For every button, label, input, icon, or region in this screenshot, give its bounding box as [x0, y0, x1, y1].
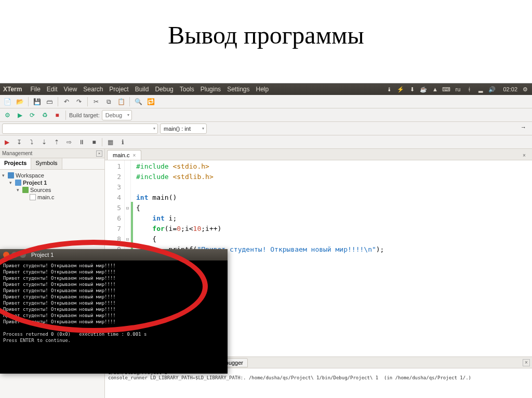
- project-tree: ▾ Workspace ▾ Project 1 ▾ Sources main.c: [0, 170, 104, 203]
- tree-workspace[interactable]: ▾ Workspace: [2, 172, 102, 179]
- terminal-close-button[interactable]: [3, 252, 9, 258]
- step-over-button[interactable]: ⤵: [27, 138, 36, 147]
- tree-file-main[interactable]: main.c: [2, 194, 102, 201]
- tree-sources[interactable]: ▾ Sources: [2, 186, 102, 194]
- debug-toolbar: ▶ ↧ ⤵ ⇣ ⇡ ⇨ ⏸ ■ ▦ ℹ: [0, 135, 532, 149]
- step-out-button[interactable]: ⇡: [52, 138, 61, 147]
- sources-icon: [22, 187, 29, 193]
- app-title: XTerm: [3, 86, 22, 93]
- editor-tabs: main.c × ×: [105, 149, 532, 160]
- menu-tools[interactable]: Tools: [180, 86, 194, 93]
- bottom-panel-close-button[interactable]: ×: [523, 359, 530, 366]
- project-icon: [15, 180, 21, 186]
- find-button[interactable]: 🔍: [133, 97, 143, 107]
- sidebar-header: Management ×: [0, 149, 104, 158]
- info-button[interactable]: ℹ: [118, 138, 127, 147]
- main-menu: File Edit View Search Project Build Debu…: [30, 86, 269, 93]
- build-run-button[interactable]: ⟳: [27, 110, 37, 120]
- open-button[interactable]: 📂: [15, 97, 25, 107]
- sidebar-close-button[interactable]: ×: [96, 150, 102, 157]
- terminal-maximize-button[interactable]: [20, 252, 26, 258]
- sidebar-tab-projects[interactable]: Projects: [0, 158, 31, 169]
- debug-windows-button[interactable]: ▦: [105, 138, 115, 147]
- menu-build[interactable]: Build: [135, 86, 149, 93]
- goto-button[interactable]: →: [521, 124, 530, 133]
- lang-indicator[interactable]: ru: [454, 86, 461, 93]
- terminal-output[interactable]: Привет студенты! Открываем новый мир!!!!…: [0, 260, 228, 346]
- menu-search[interactable]: Search: [83, 86, 103, 93]
- paste-button[interactable]: 📋: [116, 97, 126, 107]
- tree-project-label: Project 1: [23, 180, 47, 186]
- bluetooth-icon[interactable]: ᚼ: [466, 86, 473, 93]
- menu-view[interactable]: View: [64, 86, 77, 93]
- clock[interactable]: 02:02: [503, 86, 517, 92]
- menu-plugins[interactable]: Plugins: [201, 86, 221, 93]
- terminal-titlebar[interactable]: Project 1: [0, 249, 228, 260]
- wifi-icon[interactable]: ▂: [477, 86, 484, 93]
- debug-start-button[interactable]: ▶: [2, 138, 11, 147]
- terminal-minimize-button[interactable]: [11, 252, 18, 258]
- editor-tab-label: main.c: [113, 152, 129, 158]
- power-icon[interactable]: ⚡: [397, 86, 404, 93]
- sidebar-title: Management: [2, 150, 32, 156]
- window-titlebar: XTerm File Edit View Search Project Buil…: [0, 84, 532, 95]
- volume-icon[interactable]: 🔊: [488, 86, 496, 93]
- session-icon[interactable]: ⚙: [522, 86, 529, 93]
- next-instr-button[interactable]: ⇨: [64, 138, 74, 147]
- tree-project[interactable]: ▾ Project 1: [2, 179, 102, 186]
- sidebar-tabs: Projects Symbols: [0, 158, 104, 170]
- save-button[interactable]: 💾: [32, 97, 42, 107]
- tree-file-label: main.c: [37, 194, 54, 200]
- step-into-button[interactable]: ⇣: [39, 138, 49, 147]
- editor-tab-close-icon[interactable]: ×: [132, 153, 136, 158]
- build-target-combo[interactable]: Debug: [102, 110, 132, 120]
- abort-button[interactable]: ■: [52, 110, 62, 120]
- dropbox-icon[interactable]: ⬇: [408, 86, 416, 93]
- coffee-icon[interactable]: ☕: [420, 86, 427, 93]
- temperature-icon[interactable]: 🌡: [385, 86, 393, 93]
- cut-button[interactable]: ✂: [91, 97, 101, 107]
- run-to-cursor-button[interactable]: ↧: [15, 138, 24, 147]
- run-button[interactable]: ▶: [15, 110, 25, 120]
- replace-button[interactable]: 🔁: [145, 97, 156, 107]
- menu-debug[interactable]: Debug: [155, 86, 173, 93]
- scope-combo[interactable]: [2, 123, 158, 134]
- menu-settings[interactable]: Settings: [227, 86, 249, 93]
- file-icon: [30, 194, 36, 200]
- build-target-label: Build target:: [69, 112, 100, 118]
- slide-title: Вывод программы: [0, 0, 532, 65]
- symbol-toolbar: main() : int →: [0, 122, 532, 135]
- main-toolbar: 📄 📂 💾 🗃 ↶ ↷ ✂ ⧉ 📋 🔍 🔁: [0, 95, 532, 108]
- menu-edit[interactable]: Edit: [47, 86, 58, 93]
- stop-debug-button[interactable]: ■: [89, 138, 99, 147]
- system-tray: 🌡 ⚡ ⬇ ☕ ▲ ⌨ ru ᚼ ▂ 🔊 02:02 ⚙: [385, 86, 529, 93]
- updates-icon[interactable]: ▲: [431, 86, 438, 93]
- copy-button[interactable]: ⧉: [103, 97, 114, 107]
- undo-button[interactable]: ↶: [61, 97, 72, 107]
- redo-button[interactable]: ↷: [74, 97, 84, 107]
- menu-help[interactable]: Help: [256, 86, 269, 93]
- menu-project[interactable]: Project: [109, 86, 128, 93]
- menu-file[interactable]: File: [30, 86, 40, 93]
- workspace-icon: [8, 172, 14, 179]
- editor-tabs-close-button[interactable]: ×: [523, 153, 530, 160]
- terminal-window: Project 1 Привет студенты! Открываем нов…: [0, 249, 228, 374]
- symbol-combo[interactable]: main() : int: [160, 123, 207, 134]
- keyboard-icon[interactable]: ⌨: [443, 86, 450, 93]
- rebuild-button[interactable]: ♻: [39, 110, 50, 120]
- terminal-title: Project 1: [31, 252, 54, 258]
- new-file-button[interactable]: 📄: [2, 97, 12, 107]
- tree-sources-label: Sources: [30, 187, 51, 193]
- build-toolbar: ⚙ ▶ ⟳ ♻ ■ Build target: Debug: [0, 108, 532, 122]
- save-all-button[interactable]: 🗃: [44, 97, 55, 107]
- break-button[interactable]: ⏸: [77, 138, 86, 147]
- editor-tab-main[interactable]: main.c ×: [107, 150, 141, 160]
- build-button[interactable]: ⚙: [2, 110, 12, 120]
- tree-workspace-label: Workspace: [16, 172, 44, 179]
- sidebar-tab-symbols[interactable]: Symbols: [31, 158, 62, 169]
